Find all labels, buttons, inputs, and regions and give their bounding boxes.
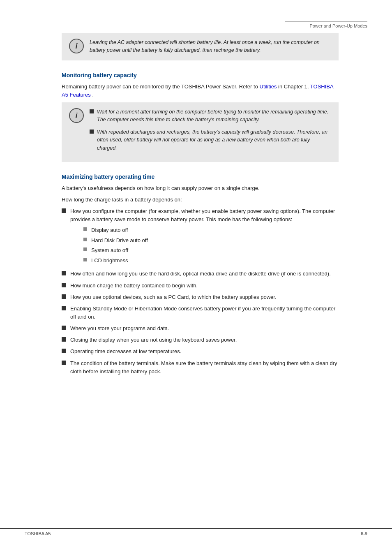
bullet-sq-8: [62, 361, 66, 365]
maximizing-bullet-5: Where you store your programs and data.: [62, 324, 339, 333]
maximizing-bullet-2-text: How much charge the battery contained to…: [70, 282, 198, 290]
monitoring-bullets-content: Wait for a moment after turning on the c…: [90, 108, 331, 156]
top-info-box: i Leaving the AC adapter connected will …: [62, 33, 339, 60]
footer-left: TOSHIBA A5: [25, 531, 51, 536]
monitoring-bullet-1: Wait for a moment after turning on the c…: [90, 108, 331, 124]
header-bar: Power and Power-Up Modes: [285, 21, 367, 28]
maximizing-bullet-3-text: How you use optional devices, such as a …: [70, 293, 277, 301]
maximizing-bullet-4-text: Enabling Standby Mode or Hibernation Mod…: [70, 305, 339, 321]
maximizing-bullet-0-content: How you configure the computer (for exam…: [70, 207, 339, 266]
utilities-link[interactable]: Utilities: [260, 83, 277, 90]
maximizing-bullet-8-text: The condition of the battery terminals. …: [70, 359, 339, 376]
sub-bullet-0-1-text: Hard Disk Drive auto off: [91, 236, 148, 245]
maximizing-bullet-4: Enabling Standby Mode or Hibernation Mod…: [62, 305, 339, 321]
top-info-text: Leaving the AC adapter connected will sh…: [90, 39, 331, 55]
monitoring-info-box: i Wait for a moment after turning on the…: [62, 102, 339, 162]
sub-sq-0-3: [83, 258, 87, 261]
sub-bullet-0-3-text: LCD brightness: [91, 257, 128, 265]
monitoring-bullet-2: With repeated discharges and recharges, …: [90, 128, 331, 152]
monitoring-para1-text: Remaining battery power can be monitored…: [62, 83, 260, 90]
header-title: Power and Power-Up Modes: [309, 23, 367, 28]
maximizing-heading: Maximizing battery operating time: [62, 173, 339, 180]
sub-sq-0-0: [83, 227, 87, 231]
bullet-sq-1: [62, 271, 66, 275]
maximizing-bullet-6-text: Closing the display when you are not usi…: [70, 336, 237, 344]
maximizing-bullet-0: How you configure the computer (for exam…: [62, 207, 339, 266]
sub-bullet-0-0: Display auto off: [83, 226, 339, 234]
monitoring-para1-mid: in Chapter 1,: [278, 83, 310, 90]
maximizing-bullet-3: How you use optional devices, such as a …: [62, 293, 339, 301]
bullet-square-2: [90, 130, 94, 134]
monitoring-bullet-2-text: With repeated discharges and recharges, …: [97, 128, 331, 152]
page-container: Power and Power-Up Modes i Leaving the A…: [0, 0, 392, 555]
sub-bullet-0-2-text: System auto off: [91, 246, 128, 254]
maximizing-bullet-1-text: How often and how long you use the hard …: [70, 270, 331, 278]
monitoring-heading: Monitoring battery capacity: [62, 72, 339, 79]
info-icon-top: i: [69, 39, 84, 53]
main-content: i Leaving the AC adapter connected will …: [21, 0, 371, 410]
maximizing-bullet-0-text: How you configure the computer (for exam…: [70, 208, 335, 222]
page-footer: TOSHIBA A5 6-9: [0, 528, 392, 539]
maximizing-bullet-7-text: Operating time decreases at low temperat…: [70, 347, 181, 356]
sub-bullet-list-0: Display auto off Hard Disk Drive auto of…: [83, 226, 339, 264]
maximizing-bullet-2: How much charge the battery contained to…: [62, 282, 339, 290]
maximizing-para2: How long the charge lasts in a battery d…: [62, 196, 339, 204]
bullet-sq-5: [62, 326, 66, 330]
bullet-sq-3: [62, 294, 66, 299]
sub-sq-0-2: [83, 247, 87, 251]
bullet-sq-0: [62, 208, 66, 213]
maximizing-bullet-8: The condition of the battery terminals. …: [62, 359, 339, 376]
monitoring-para1: Remaining battery power can be monitored…: [62, 83, 339, 99]
maximizing-para1: A battery's usefulness depends on how lo…: [62, 184, 339, 192]
sub-bullet-0-2: System auto off: [83, 246, 339, 254]
maximizing-bullet-5-text: Where you store your programs and data.: [70, 324, 169, 333]
sub-sq-0-1: [83, 238, 87, 241]
bullet-square-1: [90, 109, 94, 113]
bullet-sq-2: [62, 283, 66, 287]
bullet-sq-7: [62, 349, 66, 353]
sub-bullet-0-1: Hard Disk Drive auto off: [83, 236, 339, 245]
monitoring-para1-end: .: [92, 92, 94, 98]
bullet-sq-6: [62, 337, 66, 342]
sub-bullet-0-3: LCD brightness: [83, 257, 339, 265]
sub-bullet-0-0-text: Display auto off: [91, 226, 128, 234]
bullet-sq-4: [62, 306, 66, 310]
info-icon-monitoring: i: [69, 108, 84, 123]
section-maximizing: Maximizing battery operating time A batt…: [62, 173, 339, 376]
section-monitoring: Monitoring battery capacity Remaining ba…: [62, 72, 339, 162]
maximizing-bullet-1: How often and how long you use the hard …: [62, 270, 339, 278]
footer-right: 6-9: [361, 531, 367, 536]
maximizing-bullet-6: Closing the display when you are not usi…: [62, 336, 339, 344]
maximizing-bullet-list: How you configure the computer (for exam…: [62, 207, 339, 376]
maximizing-bullet-7: Operating time decreases at low temperat…: [62, 347, 339, 356]
monitoring-bullet-1-text: Wait for a moment after turning on the c…: [97, 108, 331, 124]
